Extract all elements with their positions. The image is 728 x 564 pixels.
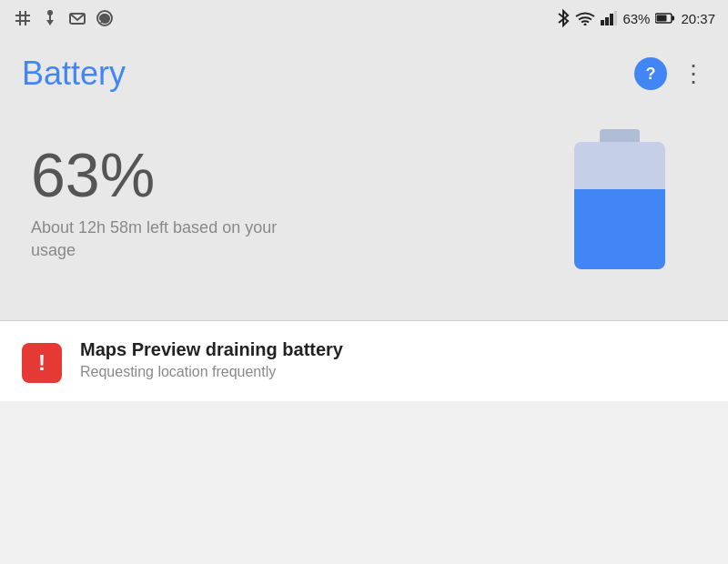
- whatsapp-icon: [95, 8, 115, 28]
- svg-rect-15: [672, 16, 674, 21]
- alert-icon: !: [22, 343, 62, 383]
- wifi-icon: [575, 11, 595, 25]
- svg-rect-0: [19, 11, 21, 25]
- battery-body: [574, 142, 665, 269]
- alert-icon-symbol: !: [38, 350, 46, 376]
- page-title: Battery: [22, 55, 126, 93]
- svg-point-9: [584, 24, 587, 26]
- header-actions: ? ⋮: [634, 57, 706, 90]
- battery-section: 63% About 12h 58m left based on your usa…: [22, 120, 706, 293]
- bottom-section: ! Maps Preview draining battery Requesti…: [0, 321, 728, 401]
- svg-rect-10: [601, 20, 604, 25]
- status-bar-right: 63% 20:37: [557, 9, 715, 27]
- battery-percentage: 63%: [31, 141, 561, 209]
- svg-rect-3: [15, 20, 30, 22]
- main-area: Battery ? ⋮ 63% About 12h 58m left based…: [0, 36, 728, 320]
- page-header: Battery ? ⋮: [22, 55, 706, 93]
- svg-marker-6: [46, 20, 54, 25]
- email-icon: [67, 8, 87, 28]
- usb-icon: [40, 8, 60, 28]
- svg-rect-12: [610, 14, 613, 25]
- svg-rect-13: [614, 11, 617, 25]
- battery-info: 63% About 12h 58m left based on your usa…: [31, 141, 561, 262]
- alert-title: Maps Preview draining battery: [80, 339, 706, 360]
- status-battery-percent: 63%: [622, 11, 650, 26]
- svg-rect-11: [605, 17, 609, 25]
- hash-icon: [13, 8, 33, 28]
- svg-rect-2: [15, 15, 30, 16]
- svg-rect-5: [49, 13, 51, 20]
- signal-icon: [601, 11, 617, 25]
- battery-fill: [574, 189, 665, 269]
- more-button[interactable]: ⋮: [682, 62, 706, 86]
- help-button[interactable]: ?: [634, 57, 667, 90]
- bluetooth-icon: [557, 9, 570, 27]
- battery-icon-container: [561, 129, 679, 275]
- svg-rect-1: [25, 11, 26, 25]
- svg-rect-16: [657, 15, 667, 22]
- battery-description: About 12h 58m left based on your usage: [31, 217, 286, 262]
- alert-content: Maps Preview draining battery Requesting…: [80, 339, 706, 380]
- status-battery-icon: [655, 12, 675, 25]
- status-time: 20:37: [681, 11, 715, 26]
- alert-subtitle: Requesting location frequently: [80, 364, 706, 380]
- status-bar-left: [13, 8, 115, 28]
- status-bar: 63% 20:37: [0, 0, 728, 36]
